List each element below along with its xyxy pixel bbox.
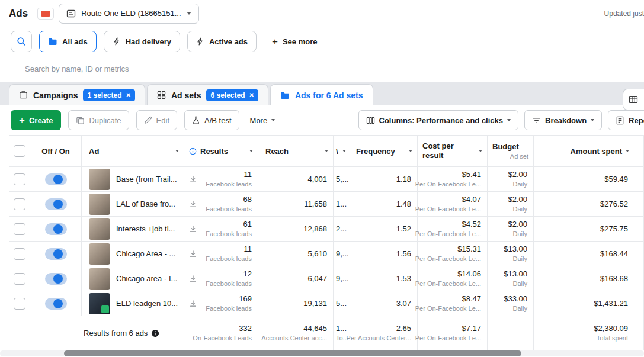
row-checkbox[interactable] — [14, 298, 25, 310]
filter-active-ads[interactable]: Active ads — [187, 31, 257, 52]
folder-icon — [280, 91, 290, 100]
close-icon[interactable]: ✕ — [249, 92, 254, 98]
toggle-cell — [30, 266, 82, 291]
summary-cost-sublabel: Per On-Facebook Le... — [415, 335, 481, 342]
ad-toggle[interactable] — [45, 173, 67, 185]
budget-cell: $13.00Daily — [488, 242, 534, 266]
results-cell: 68Facebook leads — [184, 192, 258, 217]
report-button[interactable]: Report — [608, 110, 644, 130]
select-all-checkbox[interactable] — [14, 145, 25, 157]
info-icon[interactable] — [151, 329, 159, 337]
ad-toggle[interactable] — [45, 298, 67, 310]
column-header-reach[interactable]: Reach — [258, 135, 334, 167]
column-header-results[interactable]: Results — [184, 135, 258, 167]
ad-thumbnail — [89, 243, 110, 265]
download-icon[interactable] — [189, 225, 197, 233]
budget-sublabel: Daily — [513, 255, 527, 263]
filter-had-delivery[interactable]: Had delivery — [104, 31, 180, 52]
ad-preview-thumb — [41, 11, 50, 17]
ad-name-link[interactable]: ELD leadgen 10... — [116, 299, 178, 308]
select-cell — [9, 291, 30, 316]
download-icon[interactable] — [189, 300, 197, 308]
header-select-cell — [9, 135, 30, 167]
results-cell: 11Facebook leads — [184, 242, 258, 266]
ad-name-link[interactable]: Interests +job ti... — [116, 224, 175, 233]
download-icon[interactable] — [189, 275, 197, 283]
search-icon — [17, 37, 26, 46]
truncated-value: 2... — [336, 224, 347, 234]
tab-campaigns[interactable]: Campaigns 1 selected ✕ — [9, 84, 145, 105]
see-more-button[interactable]: + See more — [268, 36, 321, 47]
frequency-value: 1.53 — [396, 274, 411, 284]
account-selector[interactable]: Route One ELD (18665151... — [59, 4, 198, 24]
breakdown-icon — [532, 116, 541, 125]
ad-cell: ELD leadgen 10... — [82, 291, 184, 316]
column-header-truncated[interactable]: \ — [334, 135, 351, 167]
column-header-amount-spent[interactable]: Amount spent — [534, 135, 644, 167]
toggle-cell — [30, 242, 82, 266]
ad-thumbnail — [89, 169, 110, 190]
cost-sublabel: Per On-Facebook Le... — [415, 181, 481, 188]
download-icon[interactable] — [189, 250, 197, 258]
row-checkbox[interactable] — [14, 198, 25, 210]
bolt-icon — [196, 37, 204, 46]
columns-button[interactable]: Columns: Performance and clicks — [358, 110, 519, 130]
truncated-cell: 2... — [334, 217, 351, 242]
column-header-frequency[interactable]: Frequency — [351, 135, 418, 167]
ad-toggle[interactable] — [45, 248, 67, 260]
amount-spent-cell: $275.75 — [534, 217, 644, 242]
column-header-ad[interactable]: Ad — [82, 135, 184, 167]
header-label: Cost per result — [422, 141, 465, 161]
more-button[interactable]: More — [246, 115, 279, 126]
tab-ads[interactable]: Ads for 6 Ad sets — [270, 84, 373, 105]
budget-value: $33.00 — [504, 294, 527, 304]
row-checkbox[interactable] — [14, 248, 25, 260]
search-button[interactable] — [11, 31, 32, 52]
scrollbar-thumb[interactable] — [64, 350, 521, 356]
filter-all-ads[interactable]: All ads — [39, 31, 97, 52]
frequency-value: 1.52 — [396, 224, 411, 234]
download-icon[interactable] — [189, 175, 197, 184]
ad-toggle[interactable] — [45, 223, 67, 235]
header-sublabel: Ad set — [510, 153, 528, 160]
summary-label-cell: Results from 6 ads — [9, 316, 184, 350]
frequency-value: 1.18 — [396, 175, 411, 184]
breakdown-button[interactable]: Breakdown — [524, 110, 602, 130]
badge-label: 1 selected — [87, 91, 121, 99]
tab-label: Campaigns — [33, 91, 78, 100]
tab-ad-sets[interactable]: Ad sets 6 selected ✕ — [147, 84, 268, 105]
ad-toggle[interactable] — [45, 273, 67, 285]
badge-label: 6 selected — [210, 91, 245, 99]
ad-name-link[interactable]: Chicago Area - ... — [116, 249, 175, 258]
search-input[interactable] — [24, 64, 405, 74]
ab-test-button[interactable]: A/B test — [184, 110, 239, 130]
ad-name-link[interactable]: LAL of Base fro... — [116, 200, 175, 208]
budget-value: $13.00 — [504, 269, 527, 279]
frequency-cell: 3.07 — [351, 291, 418, 316]
column-header-budget[interactable]: BudgetAd set — [488, 135, 534, 167]
table-view-button[interactable] — [623, 89, 644, 110]
sort-caret-icon — [626, 150, 629, 152]
close-icon[interactable]: ✕ — [126, 92, 131, 98]
row-checkbox[interactable] — [14, 223, 25, 235]
edit-button[interactable]: Edit — [136, 110, 177, 130]
row-checkbox[interactable] — [14, 273, 25, 285]
ad-name-link[interactable]: Base (from Trail... — [116, 175, 177, 184]
create-button[interactable]: + Create — [11, 110, 61, 130]
account-name: Route One ELD (18665151... — [81, 9, 181, 18]
ad-toggle[interactable] — [45, 198, 67, 210]
cost-cell: $15.31Per On-Facebook Le... — [418, 242, 488, 266]
budget-sublabel: Daily — [513, 181, 527, 188]
info-icon[interactable] — [189, 147, 197, 155]
ad-cell: LAL of Base fro... — [82, 192, 184, 217]
download-icon[interactable] — [189, 200, 197, 208]
duplicate-button[interactable]: Duplicate — [68, 110, 129, 130]
cost-value: $4.07 — [462, 195, 481, 204]
filter-bar: All ads Had delivery Active ads + See mo… — [0, 27, 644, 56]
cost-sublabel: Per On-Facebook Le... — [415, 255, 481, 263]
horizontal-scrollbar[interactable] — [0, 350, 644, 356]
row-checkbox[interactable] — [14, 173, 25, 185]
ad-name-link[interactable]: Chicago area - I... — [116, 274, 177, 283]
cost-sublabel: Per On-Facebook Le... — [415, 305, 481, 313]
column-header-cost-per-result[interactable]: Cost per result — [418, 135, 488, 167]
